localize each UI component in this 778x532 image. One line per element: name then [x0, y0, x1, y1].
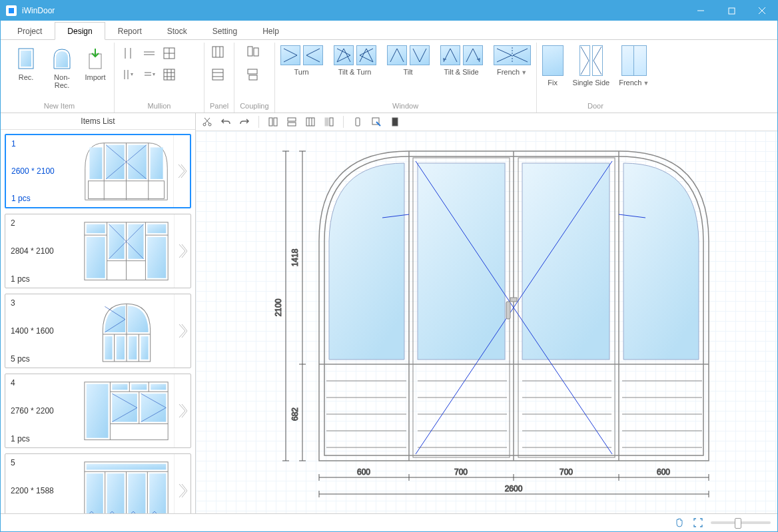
expand-icon[interactable] — [174, 454, 191, 513]
french-window-icon — [494, 45, 531, 65]
item-row[interactable]: 2 2804 * 2100 1 pcs — [5, 214, 191, 288]
item-dims: 2200 * 1588 — [11, 486, 73, 495]
pan-hand-icon[interactable] — [673, 517, 685, 529]
tool-mobile-icon[interactable] — [352, 116, 364, 128]
zoom-knob[interactable] — [735, 518, 741, 529]
tab-report[interactable]: Report — [105, 22, 155, 39]
svg-rect-41 — [128, 144, 147, 178]
door-french-button[interactable]: French▼ — [619, 45, 649, 87]
maximize-button[interactable] — [716, 1, 747, 21]
item-thumbnail — [79, 214, 174, 288]
new-rec-button[interactable]: Rec. — [10, 45, 42, 83]
zoom-slider[interactable] — [711, 521, 771, 524]
tool-edit-icon[interactable] — [370, 116, 382, 128]
rectangle-window-icon — [14, 47, 38, 71]
svg-rect-73 — [112, 384, 127, 390]
window-french-button[interactable]: French▼ — [494, 45, 531, 76]
svg-rect-39 — [89, 147, 102, 179]
import-button[interactable]: Import — [82, 45, 109, 83]
item-qty: 5 pcs — [11, 354, 73, 364]
items-sidebar: Items List 1 2600 * 2100 1 pcs 2 — [1, 113, 196, 513]
svg-rect-55 — [128, 224, 143, 258]
expand-icon[interactable] — [173, 135, 190, 207]
svg-rect-33 — [249, 75, 257, 80]
svg-rect-53 — [147, 237, 166, 278]
minimize-button[interactable] — [685, 1, 716, 21]
grid-2x2-icon[interactable] — [161, 45, 177, 61]
tilt-turn-left-icon — [334, 45, 354, 65]
svg-rect-85 — [107, 473, 125, 513]
coupling-icon-2[interactable] — [246, 68, 262, 84]
coupling-icon-1[interactable] — [246, 45, 262, 61]
item-number: 2 — [11, 218, 73, 228]
mullion-dropdown-2[interactable] — [141, 67, 157, 83]
item-dims: 2760 * 2200 — [11, 406, 73, 415]
turn-right-icon — [303, 45, 323, 65]
tab-help[interactable]: Help — [250, 22, 292, 39]
tab-design[interactable]: Design — [55, 22, 105, 40]
tool-fill-icon[interactable] — [389, 116, 401, 128]
svg-rect-91 — [274, 118, 277, 126]
tilt-slide-right-icon — [463, 45, 483, 65]
fit-screen-icon[interactable] — [692, 517, 704, 529]
svg-rect-131 — [418, 163, 505, 360]
tab-stock[interactable]: Stock — [155, 22, 200, 39]
align-split-icon[interactable] — [323, 116, 335, 128]
grid-3x3-icon[interactable] — [161, 67, 177, 83]
tab-setting[interactable]: Setting — [200, 22, 250, 39]
svg-rect-64 — [141, 336, 148, 360]
svg-rect-76 — [112, 394, 137, 421]
tab-project[interactable]: Project — [5, 22, 55, 39]
svg-rect-97 — [325, 118, 328, 126]
window-tilt-slide-button[interactable]: Tilt & Slide — [440, 45, 483, 76]
new-nonrec-button[interactable]: Non-Rec. — [46, 45, 78, 91]
expand-icon[interactable] — [174, 374, 191, 447]
undo-icon[interactable] — [220, 116, 232, 128]
svg-text:1418: 1418 — [290, 248, 300, 266]
svg-rect-32 — [248, 69, 257, 74]
window-tilt-turn-button[interactable]: Tilt & Turn — [334, 45, 376, 76]
cut-icon[interactable] — [201, 116, 213, 128]
svg-text:700: 700 — [560, 467, 573, 477]
item-row[interactable]: 3 1400 * 1600 5 pcs — [5, 294, 191, 368]
item-row[interactable]: 5 2200 * 1588 3 pcs — [5, 453, 191, 513]
expand-icon[interactable] — [174, 214, 191, 288]
mullion-horiz-icon[interactable] — [141, 45, 157, 61]
tilt-up-icon — [387, 45, 407, 65]
drawing-canvas[interactable]: 2100 1418 682 600 700 700 600 2 — [196, 131, 777, 513]
svg-text:600: 600 — [657, 467, 670, 477]
door-single-button[interactable]: Single Side — [573, 45, 610, 87]
turn-left-icon — [280, 45, 300, 65]
group-mullion: Mullion — [115, 43, 204, 113]
align-vert-icon[interactable] — [267, 116, 279, 128]
statusbar — [1, 513, 777, 531]
arch-window-icon — [50, 47, 74, 71]
group-door: Fix Single Side French▼ Door — [537, 43, 655, 113]
close-button[interactable] — [747, 1, 777, 21]
app-logo — [6, 5, 17, 16]
item-row[interactable]: 1 2600 * 2100 1 pcs — [5, 134, 191, 208]
item-qty: 1 pcs — [11, 434, 73, 443]
mullion-dropdown-1[interactable] — [120, 67, 136, 83]
svg-rect-51 — [147, 224, 166, 232]
svg-text:600: 600 — [357, 467, 370, 477]
item-dims: 2600 * 2100 — [11, 166, 74, 176]
redo-icon[interactable] — [238, 116, 250, 128]
expand-icon[interactable] — [174, 294, 191, 368]
panel-icon-2[interactable] — [211, 68, 227, 84]
svg-rect-31 — [254, 48, 258, 56]
item-number: 1 — [11, 139, 74, 148]
mullion-vert-icon[interactable] — [120, 45, 136, 61]
door-fix-button[interactable]: Fix — [542, 45, 564, 87]
svg-rect-27 — [212, 69, 223, 80]
align-grid-icon[interactable] — [304, 116, 316, 128]
align-horiz-icon[interactable] — [286, 116, 298, 128]
window-tilt-button[interactable]: Tilt — [387, 45, 430, 76]
svg-rect-54 — [109, 224, 124, 258]
group-coupling: Coupling — [234, 43, 274, 113]
item-row[interactable]: 4 2760 * 2200 1 pcs — [5, 374, 191, 448]
window-turn-button[interactable]: Turn — [280, 45, 323, 76]
svg-rect-30 — [248, 47, 252, 56]
item-thumbnail — [79, 454, 174, 513]
panel-icon-1[interactable] — [211, 45, 227, 61]
